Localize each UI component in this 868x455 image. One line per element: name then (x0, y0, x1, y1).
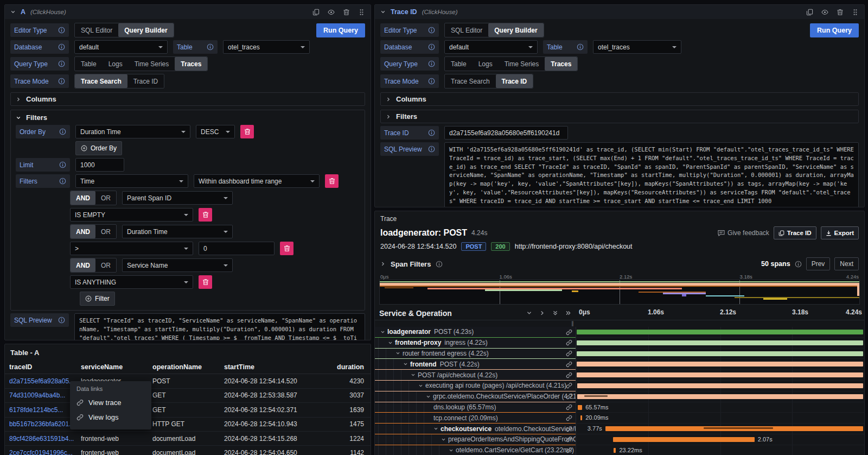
condition-field-select[interactable]: Duration Time (122, 225, 233, 238)
chevron-down-icon[interactable] (388, 340, 393, 345)
span-row[interactable]: frontend-proxy ingress (4.22s) (375, 338, 864, 349)
span-bar[interactable] (577, 383, 863, 388)
col-traceid[interactable]: traceID (9, 363, 81, 371)
info-icon[interactable] (58, 43, 65, 50)
span-row[interactable]: checkoutservice oteldemo.CheckoutService… (375, 424, 864, 434)
condition-operator-select[interactable]: IS EMPTY (70, 208, 193, 222)
duplicate-icon[interactable] (806, 9, 813, 16)
filters-section-header[interactable]: Filters (16, 113, 360, 122)
add-filter-button[interactable]: Filter (80, 292, 115, 306)
chevron-down-icon[interactable] (526, 310, 532, 316)
remove-condition-button[interactable] (199, 208, 212, 222)
double-chevron-right-icon[interactable] (565, 310, 571, 316)
info-icon[interactable] (59, 178, 66, 185)
or-option[interactable]: OR (95, 191, 116, 205)
chevron-down-icon[interactable] (411, 372, 416, 377)
link-icon[interactable] (566, 447, 572, 453)
span-row[interactable]: tcp.connect (20.09ms) 20.09ms (375, 413, 864, 424)
panel-header-trace-id[interactable]: Trace ID (ClickHouse) (375, 5, 864, 19)
query-type-timeseries[interactable]: Time Series (129, 57, 175, 71)
table-select[interactable]: otel_traces (223, 40, 310, 54)
info-icon[interactable] (795, 261, 802, 268)
chevron-down-icon[interactable] (403, 362, 408, 366)
or-option[interactable]: OR (95, 225, 116, 238)
duplicate-icon[interactable] (312, 9, 320, 16)
and-option[interactable]: AND (71, 191, 95, 205)
info-icon[interactable] (58, 78, 65, 85)
info-icon[interactable] (428, 43, 435, 50)
span-row[interactable]: frontend POST (4.22s) (375, 359, 864, 370)
span-bar[interactable] (613, 437, 755, 442)
span-row[interactable]: dns.lookup (65.57ms) 65.57ms (375, 402, 864, 413)
query-builder-option[interactable]: Query Builder (488, 23, 543, 37)
link-icon[interactable] (566, 393, 572, 400)
condition-value-input[interactable] (199, 242, 275, 255)
span-bar[interactable] (577, 372, 864, 377)
filters-section[interactable]: Filters (380, 110, 859, 123)
trash-icon[interactable] (343, 9, 350, 16)
order-by-field-select[interactable]: Duration Time (75, 125, 190, 138)
condition-field-select[interactable]: Parent Span ID (122, 191, 233, 205)
add-order-by-button[interactable]: Order By (75, 141, 122, 155)
span-row[interactable]: prepareOrderItemsAndShippingQuoteFromCar… (375, 434, 864, 445)
span-bar[interactable] (605, 426, 864, 431)
chevron-down-icon[interactable] (380, 330, 385, 334)
info-icon[interactable] (428, 60, 435, 67)
query-builder-option[interactable]: Query Builder (118, 23, 173, 37)
link-icon[interactable] (566, 382, 572, 389)
view-trace-link[interactable]: View trace (70, 395, 151, 410)
span-row[interactable]: router frontend egress (4.22s) (375, 349, 864, 359)
limit-input[interactable] (75, 158, 124, 172)
span-bar[interactable] (577, 340, 864, 345)
remove-filter-button[interactable] (325, 174, 339, 188)
col-starttime[interactable]: startTime (224, 363, 322, 371)
double-chevron-down-icon[interactable] (552, 310, 558, 316)
filter-field-select[interactable]: Time (75, 174, 188, 188)
eye-icon[interactable] (821, 9, 828, 16)
link-icon[interactable] (566, 415, 572, 421)
eye-icon[interactable] (328, 9, 335, 16)
table-select[interactable]: otel_traces (593, 40, 681, 54)
condition-operator-select[interactable]: IS ANYTHING (70, 275, 193, 289)
span-bar[interactable] (577, 351, 864, 356)
info-icon[interactable] (428, 78, 435, 85)
trash-icon[interactable] (837, 9, 844, 16)
trace-search-option[interactable]: Trace Search (75, 74, 127, 88)
query-type-logs[interactable]: Logs (103, 57, 129, 71)
collapse-chevron-icon[interactable] (10, 9, 16, 15)
info-icon[interactable] (58, 317, 65, 324)
span-row[interactable]: grpc.oteldemo.CheckoutService/PlaceOrder… (375, 391, 864, 402)
info-icon[interactable] (59, 161, 66, 168)
remove-condition-button[interactable] (280, 242, 293, 255)
query-type-logs[interactable]: Logs (473, 57, 499, 71)
info-icon[interactable] (436, 261, 443, 268)
column-resize-handle[interactable]: ∥ (571, 320, 574, 326)
or-option[interactable]: OR (95, 258, 116, 272)
trace-id-copy-button[interactable]: Trace ID (774, 226, 816, 239)
remove-order-by-button[interactable] (240, 125, 254, 138)
span-bar[interactable] (578, 405, 583, 410)
table-panel-title[interactable]: Table - A (5, 344, 371, 360)
info-icon[interactable] (577, 43, 584, 50)
condition-operator-select[interactable]: > (70, 242, 193, 255)
col-duration[interactable]: duration (322, 363, 366, 371)
sql-editor-option[interactable]: SQL Editor (75, 23, 118, 37)
query-type-timeseries[interactable]: Time Series (499, 57, 545, 71)
chevron-right-icon[interactable] (380, 261, 386, 267)
chevron-right-icon[interactable] (539, 310, 545, 316)
condition-field-select[interactable]: Service Name (122, 258, 233, 272)
minimap-canvas[interactable] (379, 280, 860, 305)
drag-handle-icon[interactable] (852, 9, 859, 16)
query-type-traces[interactable]: Traces (545, 57, 577, 71)
query-type-table[interactable]: Table (445, 57, 473, 71)
link-icon[interactable] (566, 350, 572, 357)
run-query-button[interactable]: Run Query (316, 23, 365, 37)
link-icon[interactable] (566, 329, 572, 336)
span-filters-label[interactable]: Span Filters (391, 260, 431, 268)
col-servicename[interactable]: serviceName (81, 363, 152, 371)
next-button[interactable]: Next (834, 257, 859, 270)
columns-section[interactable]: Columns (380, 92, 859, 106)
columns-section[interactable]: Columns (10, 92, 365, 106)
span-bar[interactable] (580, 415, 583, 420)
link-icon[interactable] (566, 436, 572, 443)
